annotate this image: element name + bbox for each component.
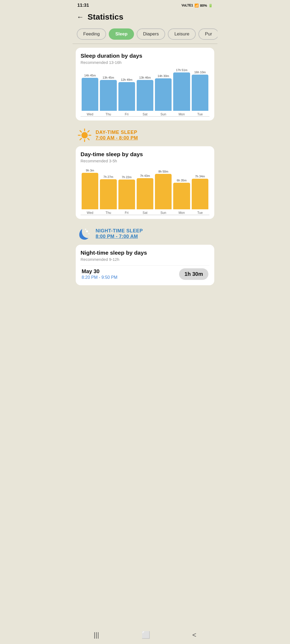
bar-day-label: Sun (161, 112, 166, 116)
sleep-entry: May 30 8:20 PM - 9:50 PM 1h 30m (81, 265, 209, 281)
page-title: Statistics (88, 12, 123, 21)
home-button[interactable]: ⬜ (142, 631, 150, 639)
bar-value-label: 6h 35m (177, 179, 187, 182)
bar (155, 78, 172, 111)
bar-value-label: 9h 3m (86, 169, 94, 172)
signal-icon: 📶 (194, 3, 199, 8)
sleep-duration-subtitle: Recommended 13-16h (81, 60, 209, 65)
sleep-duration-chart: 14h 45mWed13h 45mThu12h 49mFri13h 46mSat… (81, 68, 209, 117)
bar-day-label: Tue (197, 211, 203, 215)
nighttime-time-range[interactable]: 8:00 PM - 7:00 AM (96, 234, 143, 239)
bar-day-label: Wed (87, 112, 93, 116)
svg-point-0 (81, 132, 88, 138)
bar-column: 7h 27mThu (100, 167, 117, 215)
bar (100, 179, 117, 209)
svg-line-6 (88, 138, 89, 140)
sleep-entry-info: May 30 8:20 PM - 9:50 PM (82, 268, 117, 280)
svg-point-10 (85, 229, 86, 230)
svg-line-7 (88, 131, 89, 132)
bar-value-label: 7h 27m (103, 175, 113, 178)
nighttime-title: NIGHT-TIME SLEEP (96, 228, 143, 234)
sleep-duration-title: Sleep duration by days (81, 53, 209, 59)
bar-day-label: Fri (125, 112, 129, 116)
header: ← Statistics (73, 10, 218, 26)
bar-column: 7h 43mSat (137, 167, 153, 215)
daytime-chart: 9h 3mWed7h 27mThu7h 22mFri7h 43mSat8h 50… (81, 167, 209, 215)
bar-column: 8h 50mSun (155, 167, 172, 215)
bar (82, 78, 98, 111)
bar-column: 6h 35mMon (173, 167, 190, 215)
tab-pur[interactable]: Pur (198, 28, 218, 40)
bar (155, 174, 172, 209)
tab-diapers[interactable]: Diapers (137, 28, 165, 40)
battery-icon: 🔋 (208, 3, 213, 8)
daytime-section-header: DAY-TIME SLEEP 7:00 AM - 8:00 PM (73, 125, 218, 146)
bar-column: 9h 3mWed (82, 167, 98, 215)
daytime-header-text: DAY-TIME SLEEP 7:00 AM - 8:00 PM (96, 130, 138, 141)
bar-column: 14h 30mSun (155, 68, 172, 116)
bar-day-label: Mon (179, 112, 185, 116)
moon-icon (77, 226, 92, 241)
bar-day-label: Thu (106, 211, 111, 215)
bar-value-label: 7h 22m (122, 175, 132, 179)
bar-column: 7h 22mFri (118, 167, 135, 215)
bar (192, 75, 208, 111)
bar-value-label: 13h 45m (103, 76, 114, 79)
daytime-card-subtitle: Recommended 3-5h (81, 159, 209, 163)
daytime-time-range[interactable]: 7:00 AM - 8:00 PM (96, 135, 138, 141)
bar (82, 173, 98, 209)
bar-day-label: Tue (197, 112, 203, 116)
daytime-card-title: Day-time sleep by days (81, 151, 209, 158)
bar-value-label: 8h 50m (158, 170, 168, 173)
bar (137, 80, 153, 111)
sleep-duration-badge: 1h 30m (179, 268, 208, 280)
status-time: 11:31 (77, 3, 89, 8)
bar (118, 180, 135, 209)
bar-day-label: Fri (125, 211, 129, 215)
nighttime-card-title: Night-time sleep by days (81, 250, 209, 256)
sleep-duration-card: Sleep duration by days Recommended 13-16… (76, 48, 214, 120)
bar-value-label: 7h 43m (140, 174, 150, 177)
back-button-nav[interactable]: < (192, 631, 196, 639)
sun-icon (77, 128, 92, 142)
tab-bar: Feeding Sleep Diapers Leisure Pur (73, 26, 218, 43)
daytime-title: DAY-TIME SLEEP (96, 130, 138, 135)
tab-leisure[interactable]: Leisure (168, 28, 196, 40)
svg-point-11 (88, 233, 90, 235)
svg-line-5 (80, 131, 81, 132)
nighttime-sleep-card: Night-time sleep by days Recommended 9-1… (76, 245, 214, 285)
bar (137, 178, 153, 209)
bar-column: 17h 51mMon (173, 68, 190, 116)
network-icon: VoLTE1 (182, 3, 193, 7)
bar-value-label: 7h 34m (195, 175, 205, 178)
bar-day-label: Sat (143, 112, 147, 116)
bar-column: 12h 49mFri (118, 68, 135, 116)
bar-column: 14h 45mWed (82, 68, 98, 116)
nighttime-header-text: NIGHT-TIME SLEEP 8:00 PM - 7:00 AM (96, 228, 143, 239)
tab-feeding[interactable]: Feeding (77, 28, 106, 40)
nighttime-card-subtitle: Recommended 9-12h (81, 257, 209, 262)
bar (192, 179, 208, 209)
bar-day-label: Thu (106, 112, 111, 116)
recent-apps-button[interactable]: ||| (94, 631, 99, 639)
divider (73, 43, 218, 44)
status-bar: 11:31 VoLTE1 📶 80% 🔋 (73, 0, 218, 10)
bar-value-label: 12h 49m (121, 78, 132, 81)
daytime-sleep-card: Day-time sleep by days Recommended 3-5h … (76, 146, 214, 219)
bar (173, 183, 190, 209)
sleep-entry-date: May 30 (82, 268, 117, 275)
bar-day-label: Mon (179, 211, 185, 215)
bar-value-label: 16h 10m (194, 71, 206, 74)
bar-column: 16h 10mTue (192, 68, 208, 116)
bar-value-label: 14h 30m (158, 74, 169, 78)
bar-day-label: Wed (87, 211, 93, 215)
bar (173, 72, 190, 111)
bar (100, 80, 117, 111)
svg-line-8 (80, 138, 81, 140)
bar-column: 7h 34mTue (192, 167, 208, 215)
status-icons: VoLTE1 📶 80% 🔋 (182, 3, 213, 8)
back-button[interactable]: ← (77, 13, 84, 21)
battery-percent: 80% (200, 3, 207, 8)
bar-value-label: 17h 51m (176, 68, 187, 72)
tab-sleep[interactable]: Sleep (109, 28, 134, 40)
